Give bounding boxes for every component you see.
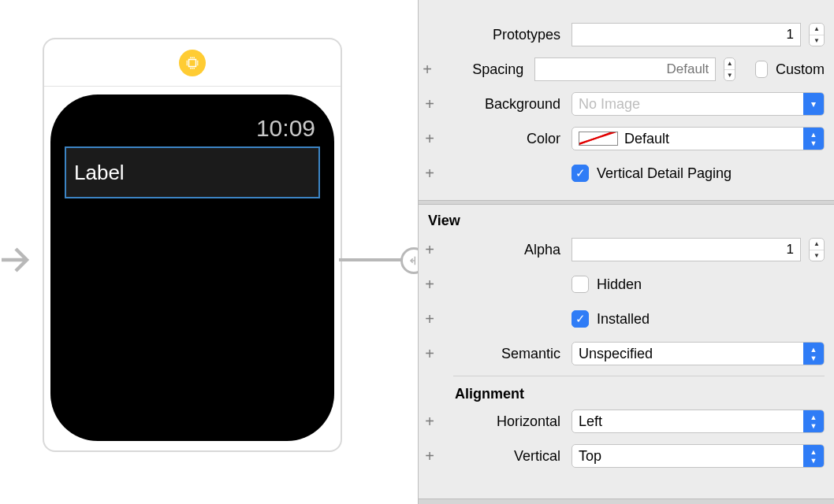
row-spacing: + Spacing ▲▼ Custom: [419, 52, 834, 87]
label-alpha: Alpha: [445, 242, 564, 258]
label-vertical-detail-paging: Vertical Detail Paging: [597, 165, 732, 182]
vertical-popup[interactable]: Top ▲▼: [572, 444, 825, 468]
semantic-popup[interactable]: Unspecified ▲▼: [572, 342, 825, 365]
hidden-checkbox[interactable]: [572, 276, 589, 293]
label-element-text: Label: [74, 161, 125, 185]
vertical-detail-paging-checkbox[interactable]: ✓: [572, 165, 589, 182]
color-swatch-icon: [579, 132, 618, 146]
background-popup[interactable]: No Image ▾: [572, 92, 825, 116]
plus-icon[interactable]: +: [422, 61, 433, 79]
row-vertical: + Vertical Top ▲▼: [419, 439, 834, 473]
chevron-updown-icon: ▲▼: [803, 445, 824, 467]
scene-header[interactable]: [44, 39, 341, 87]
label-color: Color: [445, 131, 564, 147]
selected-label-element[interactable]: Label: [65, 146, 320, 198]
alpha-field[interactable]: [572, 238, 801, 261]
horizontal-popup[interactable]: Left ▲▼: [572, 410, 825, 433]
subsection-header-alignment: Alignment: [419, 378, 834, 404]
plus-icon[interactable]: +: [422, 310, 437, 328]
prototypes-stepper[interactable]: ▲▼: [809, 23, 825, 46]
label-spacing: Spacing: [441, 61, 527, 78]
row-horizontal: + Horizontal Left ▲▼: [419, 404, 834, 439]
watch-face[interactable]: 10:09 Label: [50, 94, 334, 441]
installed-checkbox[interactable]: ✓: [572, 310, 589, 328]
chevron-updown-icon: ▲▼: [803, 343, 824, 365]
row-semantic: + Semantic Unspecified ▲▼: [419, 336, 834, 371]
plus-icon[interactable]: +: [422, 130, 437, 148]
chevron-updown-icon: ▲▼: [803, 410, 824, 432]
plus-icon[interactable]: +: [422, 165, 437, 183]
label-background: Background: [445, 96, 564, 113]
label-semantic: Semantic: [445, 346, 564, 362]
label-vertical: Vertical: [445, 448, 564, 465]
attributes-inspector: Prototypes ▲▼ + Spacing ▲▼ Custom + Back…: [418, 0, 834, 504]
label-horizontal: Horizontal: [445, 413, 564, 430]
row-vertical-detail-paging: + ✓ Vertical Detail Paging: [419, 156, 834, 191]
label-prototypes: Prototypes: [445, 27, 564, 43]
row-alpha: + Alpha ▲▼: [419, 232, 834, 267]
alpha-stepper[interactable]: ▲▼: [809, 238, 825, 261]
plus-icon[interactable]: +: [422, 95, 437, 113]
row-prototypes: Prototypes ▲▼: [419, 17, 834, 52]
chevron-down-icon: ▾: [803, 93, 824, 115]
segue-arrow-icon: [0, 236, 38, 284]
plus-icon[interactable]: +: [422, 447, 437, 465]
interface-controller-icon: [179, 50, 206, 76]
section-separator: [419, 498, 834, 504]
custom-checkbox[interactable]: [755, 61, 768, 78]
watch-interface-controller[interactable]: 10:09 Label: [43, 38, 342, 452]
label-installed: Installed: [597, 311, 650, 328]
storyboard-canvas[interactable]: 10:09 Label: [0, 0, 418, 504]
thin-separator: [453, 376, 825, 376]
row-hidden: + Hidden: [419, 267, 834, 302]
plus-icon[interactable]: +: [422, 413, 437, 431]
plus-icon[interactable]: +: [422, 241, 437, 259]
prototypes-field[interactable]: [572, 23, 801, 46]
row-background: + Background No Image ▾: [419, 87, 834, 121]
label-custom: Custom: [776, 61, 825, 78]
label-hidden: Hidden: [597, 276, 642, 293]
svg-rect-0: [189, 59, 196, 66]
plus-icon[interactable]: +: [422, 276, 437, 294]
section-header-view: View: [419, 205, 834, 232]
spacing-field[interactable]: [534, 57, 716, 81]
row-installed: + ✓ Installed: [419, 302, 834, 336]
chevron-updown-icon: ▲▼: [803, 128, 824, 150]
color-popup[interactable]: Default ▲▼: [572, 127, 825, 150]
spacing-stepper[interactable]: ▲▼: [724, 57, 735, 81]
plus-icon[interactable]: +: [422, 345, 437, 363]
status-bar-time: 10:09: [65, 115, 320, 142]
watch-body: 10:09 Label: [44, 87, 341, 450]
row-color: + Color Default ▲▼: [419, 121, 834, 156]
